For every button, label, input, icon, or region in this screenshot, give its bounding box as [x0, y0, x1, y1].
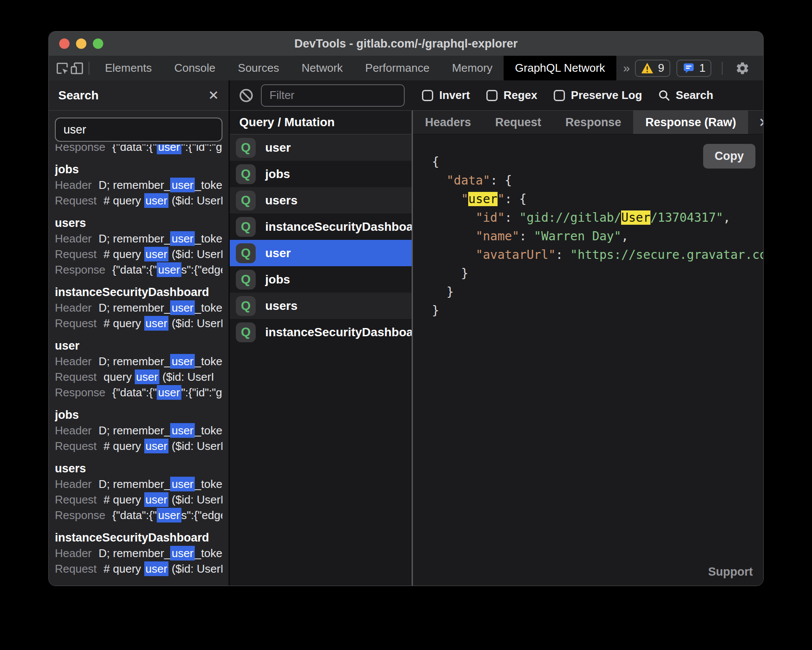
result-text: ":{"id":"gid: [181, 144, 222, 153]
warnings-badge[interactable]: 9: [635, 60, 670, 77]
device-toolbar-icon[interactable]: [70, 56, 84, 80]
search-result-line[interactable]: HeaderD; remember_user_token=e: [55, 354, 222, 369]
json-line: "id": "gid://gitlab/User/13704317",: [432, 208, 763, 227]
regex-checkbox[interactable]: Regex: [486, 89, 537, 102]
checkbox-box[interactable]: [486, 90, 498, 101]
clear-log-icon[interactable]: [237, 86, 256, 105]
search-result-line[interactable]: HeaderD; remember_user_token=e: [55, 423, 222, 438]
search-result-group-title[interactable]: instanceSecurityDashboard: [55, 530, 222, 545]
query-item-jobs[interactable]: Qjobs: [230, 266, 412, 293]
search-result-group-title[interactable]: jobs: [55, 407, 222, 423]
json-token: }: [432, 303, 439, 318]
search-result-line[interactable]: HeaderD; remember_user_token=e: [55, 177, 222, 193]
close-search-panel-icon[interactable]: ✕: [208, 88, 219, 103]
more-tabs-chevron-icon[interactable]: »: [616, 61, 635, 75]
result-text: # query: [104, 562, 144, 575]
search-result-line[interactable]: Request# query user ($id: UserI: [55, 315, 222, 331]
preserve-log-checkbox[interactable]: Preserve Log: [554, 89, 642, 102]
search-result-group-title[interactable]: jobs: [55, 162, 222, 177]
search-result-line[interactable]: Response{"data":{"users":{"edges: [55, 262, 222, 277]
search-result-line[interactable]: Request# query user ($id: UserI: [55, 193, 222, 208]
query-item-user[interactable]: Quser: [230, 134, 412, 161]
tabbar-divider: [89, 62, 89, 75]
query-item-label: jobs: [265, 167, 290, 181]
network-panels: Query / Mutation QuserQjobsQusersQinstan…: [230, 111, 763, 586]
json-token: ": [461, 192, 468, 206]
more-options-icon[interactable]: [758, 59, 764, 78]
tab-sources[interactable]: Sources: [227, 56, 290, 80]
minimize-window-button[interactable]: [76, 38, 86, 49]
search-match-highlight: user: [157, 508, 181, 523]
query-item-users[interactable]: Qusers: [230, 187, 412, 213]
search-result-line[interactable]: HeaderD; remember_user_token=e: [55, 231, 222, 246]
search-result-line[interactable]: Request# query user ($id: UserI: [55, 438, 222, 454]
search-match-highlight: user: [157, 144, 181, 154]
search-result-line[interactable]: Response{"data":{"user":{"id":"gid: [55, 144, 222, 155]
tab-performance[interactable]: Performance: [354, 56, 441, 80]
close-details-icon[interactable]: ✕: [748, 111, 764, 134]
search-result-line[interactable]: Request# query user ($id: UserI: [55, 561, 222, 577]
tab-graphql-network[interactable]: GraphQL Network: [504, 56, 616, 80]
query-item-user[interactable]: Quser: [230, 240, 412, 266]
tab-elements[interactable]: Elements: [94, 56, 163, 80]
toolbar-search-button[interactable]: Search: [658, 89, 714, 102]
search-panel-title: Search: [58, 89, 98, 102]
query-item-instanceSecurityDashboard[interactable]: QinstanceSecurityDashboard: [230, 213, 412, 240]
search-result-line[interactable]: HeaderD; remember_user_token=e: [55, 476, 222, 492]
search-result-group-title[interactable]: users: [55, 461, 222, 476]
warning-triangle-icon: [641, 62, 653, 74]
checkbox-box[interactable]: [422, 90, 433, 101]
details-tab-response[interactable]: Response: [553, 111, 633, 134]
search-result-group-title[interactable]: user: [55, 338, 222, 354]
search-match-highlight: user: [157, 385, 181, 400]
search-result-line[interactable]: Response{"data":{"user":{"id":"gid: [55, 385, 222, 400]
search-result-line[interactable]: HeaderD; remember_user_token=e: [55, 545, 222, 561]
close-window-button[interactable]: [59, 38, 70, 49]
details-tabs-list: HeadersRequestResponseResponse (Raw): [413, 111, 748, 134]
support-link[interactable]: Support: [708, 565, 753, 579]
search-match-highlight: user: [144, 193, 169, 208]
json-token: ": [498, 192, 505, 206]
query-item-users[interactable]: Qusers: [230, 293, 412, 319]
search-result-line[interactable]: Request# query user ($id: UserI: [55, 492, 222, 507]
invert-checkbox[interactable]: Invert: [422, 89, 470, 102]
json-token: [432, 229, 476, 243]
json-token: }: [432, 285, 454, 299]
search-result-line[interactable]: Response{"data":{"users":{"edges: [55, 507, 222, 523]
search-result-group-title[interactable]: users: [55, 215, 222, 231]
search-result-line[interactable]: Requestquery user ($id: UserI: [55, 369, 222, 385]
issues-badge[interactable]: 1: [676, 60, 711, 77]
details-tab-headers[interactable]: Headers: [413, 111, 483, 134]
search-input[interactable]: [55, 118, 222, 142]
search-result-line[interactable]: Request# query user ($id: UserI: [55, 246, 222, 262]
network-area: InvertRegexPreserve Log Search Query / M…: [230, 80, 763, 586]
tab-console[interactable]: Console: [163, 56, 226, 80]
filter-input[interactable]: [261, 84, 405, 107]
checkbox-box[interactable]: [554, 90, 565, 101]
search-panel-header: Search ✕: [49, 80, 228, 111]
details-tab-request[interactable]: Request: [483, 111, 554, 134]
result-line-label: Response: [55, 263, 105, 276]
tab-memory[interactable]: Memory: [441, 56, 504, 80]
json-token: [432, 210, 476, 225]
search-match-highlight: user: [170, 231, 195, 246]
result-text: _token=e: [195, 178, 222, 191]
maximize-window-button[interactable]: [93, 38, 103, 49]
query-item-instanceSecurityDashboard[interactable]: QinstanceSecurityDashboard: [230, 319, 412, 345]
json-token: "avatarUrl": [476, 248, 555, 262]
query-item-jobs[interactable]: Qjobs: [230, 161, 412, 187]
json-token: ,: [621, 229, 628, 243]
copy-button[interactable]: Copy: [703, 144, 756, 169]
settings-gear-icon[interactable]: [733, 59, 752, 78]
query-type-badge: Q: [236, 296, 256, 316]
search-result-line[interactable]: HeaderD; remember_user_token=e: [55, 300, 222, 315]
tab-network[interactable]: Network: [290, 56, 354, 80]
query-item-label: user: [265, 246, 291, 260]
search-result-group-title[interactable]: instanceSecurityDashboard: [55, 284, 222, 300]
inspect-element-icon[interactable]: [55, 56, 70, 80]
window-title: DevTools - gitlab.com/-/graphql-explorer: [49, 37, 763, 51]
details-tab-response-raw[interactable]: Response (Raw): [633, 111, 748, 134]
network-toolbar: InvertRegexPreserve Log Search: [230, 80, 763, 111]
result-text: # query: [104, 493, 144, 506]
result-text: ($id: UserI: [168, 194, 222, 207]
